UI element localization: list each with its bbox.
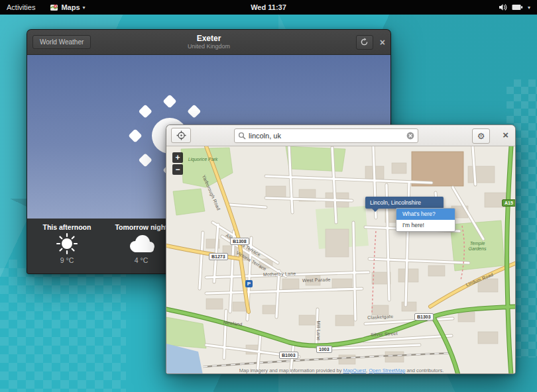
attribution-link-mapquest[interactable]: MapQuest [343, 368, 366, 373]
zoom-in-button[interactable]: + [172, 152, 183, 163]
refresh-button[interactable] [356, 35, 373, 50]
world-weather-button[interactable]: World Weather [32, 35, 91, 49]
forecast-item: This afternoon 9 °C [30, 219, 104, 274]
map-canvas[interactable] [166, 146, 516, 374]
attribution-text: and contributors. [405, 368, 444, 373]
goto-location-button[interactable] [171, 128, 191, 143]
settings-button[interactable]: ⚙ [472, 128, 490, 144]
clear-input-icon[interactable] [406, 132, 414, 140]
forecast-temp: 9 °C [60, 256, 74, 264]
map-context-menu: What's here? I'm here! [396, 208, 455, 232]
zoom-out-button[interactable]: − [172, 164, 183, 175]
search-input[interactable] [249, 132, 404, 140]
chevron-down-icon: ▾ [528, 5, 530, 11]
sun-small-icon [54, 232, 80, 256]
search-box [234, 128, 418, 143]
weather-header-bar: World Weather Exeter United Kingdom × [27, 30, 390, 55]
context-menu-item-im-here[interactable]: I'm here! [396, 220, 455, 231]
context-menu-item-whats-here[interactable]: What's here? [396, 209, 455, 220]
battery-icon [512, 4, 523, 11]
forecast-temp: 4 °C [135, 256, 149, 264]
search-result-bubble[interactable]: Lincoln, Lincolnshire [365, 197, 444, 209]
zoom-controls: + − [172, 152, 183, 175]
map-attribution: Map imagery and map information provided… [166, 368, 516, 373]
search-icon [238, 132, 246, 140]
wallpaper-pattern [0, 260, 126, 392]
volume-icon [499, 3, 507, 11]
location-crosshair-icon [176, 130, 186, 140]
clock[interactable]: Wed 11:37 [0, 3, 537, 11]
weather-close-button[interactable]: × [380, 38, 385, 47]
forecast-label: Tomorrow night [115, 223, 167, 231]
cloud-icon [125, 233, 158, 254]
map-view[interactable]: Liquorice Park Temple Gardens Yarborough… [166, 146, 516, 374]
attribution-text: Map imagery and map information provided… [239, 368, 343, 373]
maps-close-button[interactable]: × [503, 130, 508, 140]
bubble-pointer [372, 209, 379, 215]
refresh-icon [360, 38, 369, 46]
attribution-link-osm[interactable]: Open StreetMap [369, 368, 405, 373]
forecast-label: This afternoon [43, 223, 91, 231]
gnome-top-bar: Activities Maps ▾ Wed 11:37 ▾ [0, 0, 537, 15]
maps-header-bar: ⚙ × [166, 125, 515, 146]
system-status-area[interactable]: ▾ [499, 0, 530, 15]
maps-window: ⚙ × [166, 124, 516, 374]
